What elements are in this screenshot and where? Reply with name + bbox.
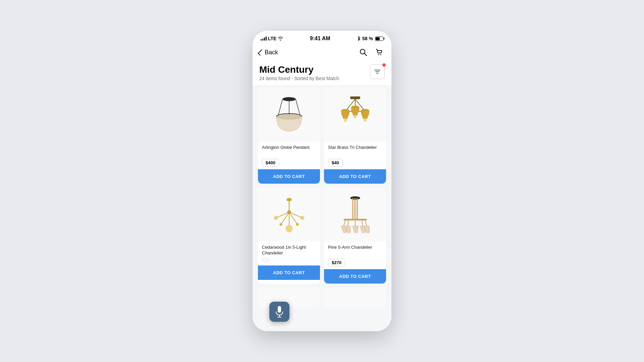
back-button[interactable]: Back: [259, 49, 278, 56]
svg-point-41: [300, 216, 305, 220]
svg-point-2: [378, 54, 379, 55]
lte-label: LTE: [268, 36, 276, 41]
add-to-cart-1[interactable]: ADD TO CART: [258, 169, 320, 184]
filter-dot: [382, 63, 386, 67]
signal-icon: [261, 37, 267, 41]
svg-rect-13: [350, 97, 360, 99]
product-name-3: Cedarwood 1in 5-Light Chandelier: [262, 245, 316, 256]
page-title: Mid Century: [259, 64, 339, 75]
svg-point-42: [350, 196, 360, 200]
battery-percent: 58 %: [362, 36, 373, 41]
status-time: 9:41 AM: [310, 36, 330, 42]
search-button[interactable]: [358, 47, 369, 58]
product-price-2: $40: [328, 159, 343, 167]
cart-icon: [376, 49, 383, 56]
product-row-2: Cedarwood 1in 5-Light Chandelier ADD TO …: [258, 188, 386, 284]
add-to-cart-2[interactable]: ADD TO CART: [324, 169, 386, 184]
title-block: Mid Century 24 items found - Sorted by B…: [259, 64, 339, 81]
header-icons: [358, 47, 385, 58]
voice-button[interactable]: [269, 302, 289, 322]
subtitle: 24 items found - Sorted by Best Match: [259, 76, 339, 81]
svg-point-37: [279, 223, 282, 226]
product-grid: Arlington Globe Pendant $400 ADD TO CART: [253, 85, 391, 331]
product-image-3: [258, 188, 320, 241]
svg-line-1: [365, 54, 367, 56]
product-name-1: Arlington Globe Pendant: [262, 145, 316, 156]
svg-line-49: [347, 221, 348, 226]
header: Back: [253, 44, 391, 62]
svg-point-3: [380, 54, 381, 55]
status-bar: LTE 9:41 AM 58 %: [253, 31, 391, 44]
product-name-2: Star Brass Tri Chandelier: [328, 145, 382, 156]
svg-point-25: [354, 114, 357, 119]
svg-line-52: [365, 221, 367, 226]
product-image-2: [324, 88, 386, 141]
filter-button[interactable]: [370, 64, 385, 79]
product-price-1: $400: [262, 159, 279, 167]
product-card-4: Pine 5-Arm Chandelier $270 ADD TO CART: [324, 188, 386, 284]
product-row-1: Arlington Globe Pendant $400 ADD TO CART: [258, 88, 386, 184]
add-to-cart-4[interactable]: ADD TO CART: [324, 269, 386, 284]
svg-point-40: [273, 216, 278, 220]
product-image-6: [324, 288, 386, 308]
svg-point-24: [343, 117, 347, 122]
microphone-icon: [275, 306, 284, 318]
svg-rect-47: [343, 219, 367, 221]
svg-point-38: [296, 223, 299, 226]
product-info-4: Pine 5-Arm Chandelier $270: [324, 241, 386, 266]
svg-point-27: [286, 198, 292, 201]
svg-point-39: [285, 225, 293, 233]
product-card-3: Cedarwood 1in 5-Light Chandelier ADD TO …: [258, 188, 320, 284]
wifi-icon: [278, 37, 283, 41]
bluetooth-icon: [357, 36, 360, 41]
product-image-4: [324, 188, 386, 241]
product-card-1: Arlington Globe Pendant $400 ADD TO CART: [258, 88, 320, 184]
product-card-2: Star Brass Tri Chandelier $40 ADD TO CAR…: [324, 88, 386, 184]
product-info-1: Arlington Globe Pendant $400: [258, 141, 320, 167]
product-info-3: Cedarwood 1in 5-Light Chandelier: [258, 241, 320, 263]
svg-line-48: [343, 221, 345, 226]
filter-icon: [374, 69, 381, 75]
svg-rect-53: [278, 306, 281, 313]
product-price-3: [262, 259, 269, 261]
status-left: LTE: [261, 36, 283, 41]
cart-button[interactable]: [374, 47, 385, 58]
product-card-6: [324, 288, 386, 308]
product-name-4: Pine 5-Arm Chandelier: [328, 245, 382, 256]
add-to-cart-3[interactable]: ADD TO CART: [258, 265, 320, 280]
svg-line-51: [362, 221, 363, 226]
chevron-left-icon: [258, 49, 264, 55]
title-area: Mid Century 24 items found - Sorted by B…: [253, 62, 391, 85]
search-icon: [360, 49, 367, 56]
product-image-1: [258, 88, 320, 141]
battery-icon: [375, 37, 383, 41]
back-label: Back: [265, 49, 278, 56]
svg-point-26: [363, 117, 367, 122]
phone-frame: LTE 9:41 AM 58 % Back: [253, 31, 391, 331]
product-price-4: $270: [328, 259, 345, 266]
svg-point-12: [276, 114, 302, 120]
product-info-2: Star Brass Tri Chandelier $40: [324, 141, 386, 167]
status-right: 58 %: [357, 36, 383, 41]
